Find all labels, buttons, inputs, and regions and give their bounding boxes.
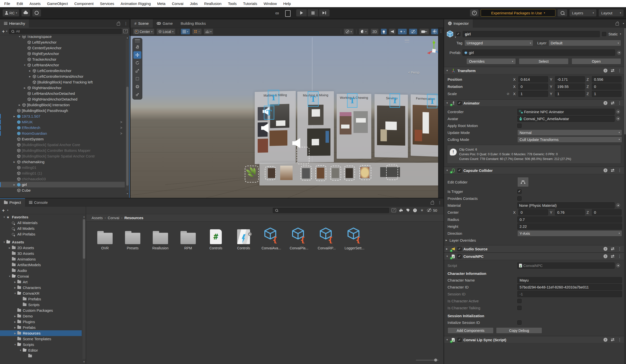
cloud-button[interactable] — [21, 9, 30, 17]
menu-item[interactable]: Meta — [154, 1, 169, 6]
capsule-collider-header[interactable]: ▼ + Capsule Collider ?⋮ — [444, 167, 624, 174]
component-enabled-checkbox[interactable] — [457, 338, 462, 342]
asset-item[interactable]: { } ConvaiRP... — [313, 225, 341, 257]
preset-icon[interactable] — [611, 102, 614, 105]
effects-dropdown[interactable]: ▾ — [398, 29, 407, 35]
character-name-field[interactable]: Mayu — [517, 277, 622, 283]
kebab-menu-icon[interactable]: ⋮ — [618, 337, 622, 342]
hierarchy-item[interactable]: ▶ chichamaking — [0, 159, 125, 165]
transform-tool[interactable] — [133, 83, 141, 90]
radius-field[interactable]: 0.7 — [517, 216, 622, 223]
help-icon[interactable]: ? — [603, 101, 607, 105]
foldout-arrow-icon[interactable]: ▶ — [13, 281, 17, 283]
project-tree-item[interactable]: ▶ Plugins — [0, 319, 82, 325]
session-id-field[interactable]: -1 — [517, 291, 622, 297]
undo-history-button[interactable] — [470, 9, 479, 17]
experimental-packages-dropdown[interactable]: Experimental Packages In Use▾ — [481, 9, 555, 17]
controller-object-field[interactable]: Feminine NPC Animator — [517, 109, 615, 115]
project-tree-item[interactable]: ▼ Favorites — [0, 214, 82, 220]
infinity-icon[interactable]: ∞ — [275, 10, 279, 16]
inspector-scrollbar[interactable] — [624, 28, 626, 364]
asset-item[interactable]: { } Presets — [119, 225, 147, 257]
kebab-menu-icon[interactable]: ⋮ — [124, 21, 128, 26]
script-object-field[interactable]: ConvaiNPC — [517, 262, 615, 269]
rect-tool[interactable] — [133, 75, 141, 82]
kebab-menu-icon[interactable]: ⋮ — [618, 254, 622, 258]
foldout-arrow-icon[interactable]: ▶ — [13, 315, 17, 318]
object-picker-icon[interactable] — [616, 117, 620, 121]
scroll-up-arrow[interactable]: ▲ — [82, 216, 86, 218]
preset-icon[interactable] — [611, 255, 614, 258]
menu-item[interactable]: Services — [97, 1, 117, 6]
menu-item[interactable]: GameObject — [44, 1, 71, 6]
transform-header[interactable]: ▼ Transform ?⋮ — [444, 67, 624, 74]
project-tree-item[interactable]: ArtifactModels — [0, 262, 82, 268]
search-by-type-icon[interactable] — [399, 208, 403, 212]
edit-collider-button[interactable] — [517, 177, 529, 187]
help-icon[interactable]: ? — [603, 247, 607, 251]
menu-item[interactable]: Window — [260, 1, 280, 6]
project-tree-item[interactable]: ▶ Prefabs — [0, 325, 82, 330]
project-tree-item[interactable]: Scripts — [0, 302, 82, 308]
rotation-x-field[interactable]: 0 — [518, 83, 548, 90]
add-gameobject-button[interactable]: + — [2, 29, 5, 34]
asset-item[interactable]: { } OVR — [91, 225, 119, 257]
foldout-arrow-icon[interactable]: ▶ — [22, 87, 27, 89]
material-object-field[interactable]: None (Physic Material) — [517, 202, 615, 208]
foldout-arrow-icon[interactable]: ▶ — [28, 75, 33, 78]
preset-icon[interactable] — [611, 247, 614, 250]
hierarchy-item[interactable]: CenterEyeAnchor — [0, 45, 125, 51]
object-picker-icon[interactable] — [617, 51, 621, 55]
object-picker-icon[interactable] — [616, 203, 620, 207]
tab-building-blocks[interactable]: Building Blocks — [177, 19, 210, 28]
favorites-filter-icon[interactable]: ★ — [420, 208, 424, 212]
help-icon[interactable]: ? — [603, 338, 607, 342]
hierarchy-item[interactable]: EffectMesh > — [0, 125, 125, 130]
hierarchy-item[interactable]: [BuildingBlock] Sample Spatial Anchor Co… — [0, 153, 125, 159]
help-icon[interactable]: ? — [603, 69, 607, 73]
hierarchy-item[interactable]: [BuildingBlock] Controller Buttons Mappe… — [0, 148, 125, 153]
update-mode-dropdown[interactable]: Normal▾ — [517, 129, 622, 136]
foldout-arrow-icon[interactable]: ▼ — [2, 216, 6, 218]
camera-overlay-dropdown[interactable]: ▾ — [419, 29, 429, 35]
hierarchy-item[interactable]: ▶ LeftControllerAnchor — [0, 68, 125, 74]
project-tree-item[interactable]: ▼ ConvaiXR — [0, 290, 82, 296]
kebab-menu-icon[interactable]: ⋮ — [618, 247, 622, 251]
menu-item[interactable]: Tutorials — [240, 1, 260, 6]
project-tree-item[interactable]: ▶ Resources — [0, 330, 82, 336]
project-tree-item[interactable]: ▶ 2D Assets — [0, 245, 82, 251]
project-search-input[interactable] — [273, 208, 389, 213]
asset-item[interactable]: { } ConvaiPla... — [285, 225, 313, 257]
lock-icon[interactable] — [431, 202, 434, 204]
tool-handle-rotation-dropdown[interactable]: Local▾ — [156, 29, 175, 35]
preset-icon[interactable] — [611, 338, 614, 341]
hierarchy-item[interactable]: milling01 — [0, 165, 125, 170]
project-tree-item[interactable] — [0, 237, 82, 239]
snap-increment-dropdown[interactable]: ▾ — [204, 29, 214, 35]
version-control-button[interactable]: RC▾ — [2, 9, 19, 17]
shading-mode-dropdown[interactable]: ▾ — [359, 29, 369, 35]
project-tree-item[interactable]: ▼ Convai — [0, 273, 82, 279]
menu-item[interactable]: Jobs — [187, 1, 201, 6]
foldout-arrow-icon[interactable]: ▶ — [13, 332, 17, 334]
position-z-field[interactable]: 0.556 — [592, 76, 622, 82]
hierarchy-item[interactable]: RightHandAnchorDetached — [0, 96, 125, 102]
hierarchy-item[interactable]: milling01 (1) — [0, 170, 125, 176]
project-tree-item[interactable]: ▶ Demo — [0, 313, 82, 319]
overlay-menu-icon[interactable] — [405, 40, 409, 42]
tab-scene[interactable]: #Scene — [130, 19, 153, 28]
scroll-up-arrow[interactable]: ▲ — [126, 37, 129, 39]
asset-item[interactable]: { } LoggerSett... — [341, 225, 368, 257]
audio-source-header[interactable]: ▶ + Audio Source ?⋮ — [444, 245, 624, 253]
add-asset-button[interactable]: + — [2, 208, 5, 213]
center-z-field[interactable]: 0 — [592, 209, 622, 215]
hierarchy-item[interactable]: TrackerAnchor — [0, 56, 125, 62]
center-x-field[interactable]: 0 — [518, 209, 548, 215]
static-dropdown-icon[interactable]: ▾ — [620, 33, 621, 35]
project-tree-item[interactable]: ▼ Scripts — [0, 342, 82, 347]
animator-header[interactable]: ▼ + Animator ?⋮ — [444, 99, 624, 107]
device-simulator-icon[interactable] — [285, 10, 291, 17]
static-checkbox[interactable] — [602, 32, 606, 36]
is-character-active-checkbox[interactable] — [517, 299, 522, 303]
rotation-z-field[interactable]: 0 — [592, 83, 622, 90]
